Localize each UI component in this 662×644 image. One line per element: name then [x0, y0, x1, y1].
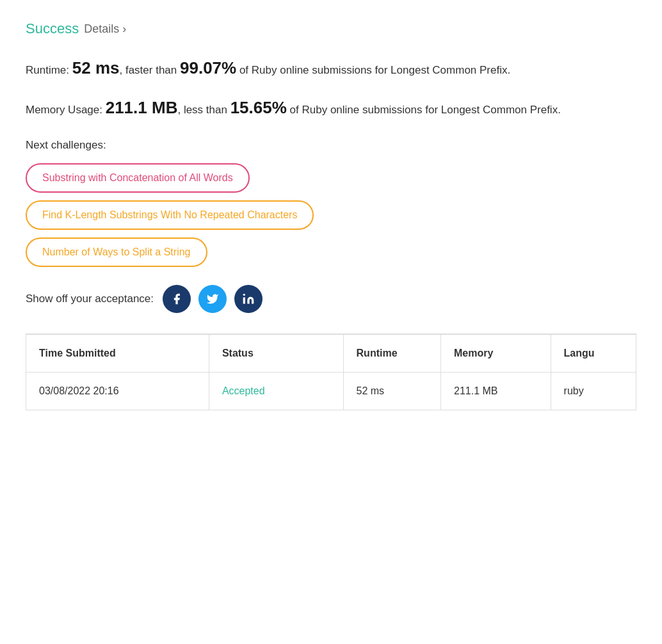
linkedin-button[interactable]: [234, 285, 262, 313]
cell-runtime: 52 ms: [343, 373, 440, 410]
cell-status[interactable]: Accepted: [209, 373, 343, 410]
challenge-pill-2[interactable]: Find K-Length Substrings With No Repeate…: [26, 200, 314, 230]
breadcrumb: Success Details ›: [26, 20, 636, 37]
social-share-row: Show off your acceptance:: [26, 285, 636, 313]
twitter-icon: [206, 293, 219, 305]
cell-time: 03/08/2022 20:16: [26, 373, 209, 410]
header-status: Status: [209, 335, 343, 373]
social-label: Show off your acceptance:: [26, 293, 154, 305]
facebook-icon: [170, 293, 183, 305]
linkedin-icon: [242, 293, 255, 305]
runtime-text: Runtime: 52 ms, faster than 99.07% of Ru…: [26, 55, 636, 82]
cell-language: ruby: [551, 373, 636, 410]
challenge-pill-3[interactable]: Number of Ways to Split a String: [26, 237, 207, 267]
svg-point-0: [243, 294, 245, 296]
runtime-result: Runtime: 52 ms, faster than 99.07% of Ru…: [26, 55, 636, 121]
facebook-button[interactable]: [163, 285, 191, 313]
header-language: Langu: [551, 335, 636, 373]
details-link[interactable]: Details ›: [84, 22, 126, 36]
cell-memory: 211.1 MB: [441, 373, 551, 410]
header-runtime: Runtime: [343, 335, 440, 373]
header-memory: Memory: [441, 335, 551, 373]
challenges-list: Substring with Concatenation of All Word…: [26, 163, 636, 267]
table-row: 03/08/2022 20:16 Accepted 52 ms 211.1 MB…: [26, 373, 636, 410]
success-label: Success: [26, 20, 79, 37]
submission-table: Time Submitted Status Runtime Memory Lan…: [26, 334, 636, 410]
next-challenges-label: Next challenges:: [26, 139, 636, 152]
chevron-icon: ›: [122, 22, 126, 35]
twitter-button[interactable]: [198, 285, 227, 313]
main-container: Success Details › Runtime: 52 ms, faster…: [0, 0, 662, 431]
social-icons: [163, 285, 262, 313]
table-header-row: Time Submitted Status Runtime Memory Lan…: [26, 335, 636, 373]
header-time-submitted: Time Submitted: [26, 335, 209, 373]
challenge-pill-1[interactable]: Substring with Concatenation of All Word…: [26, 163, 250, 193]
memory-text: Memory Usage: 211.1 MB, less than 15.65%…: [26, 95, 636, 122]
submission-table-section: Time Submitted Status Runtime Memory Lan…: [26, 334, 636, 410]
